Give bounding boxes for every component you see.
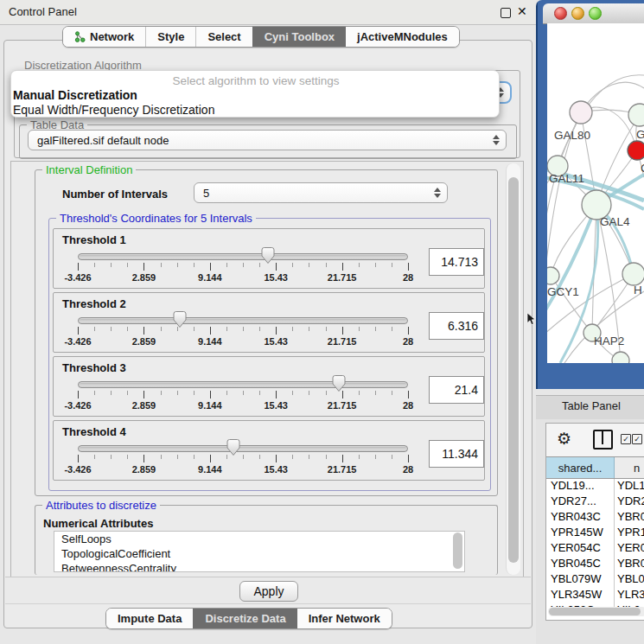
slider-track[interactable] (78, 317, 408, 324)
tab-infer-network[interactable]: Infer Network (297, 609, 392, 628)
tab-label: jActiveMNodules (357, 30, 448, 43)
tab-network[interactable]: Network (63, 27, 145, 47)
tick-mark (259, 455, 260, 459)
threshold-panel: Threshold 4 -3.4262.8599.14415.4321.7152… (53, 420, 485, 481)
tick-mark (210, 327, 211, 335)
threshold-value-field[interactable]: 11.344 (429, 440, 484, 468)
node-label: GAL4 (600, 215, 630, 228)
vertical-scrollbar-thumb[interactable] (508, 177, 519, 563)
network-canvas[interactable]: GAL80 GA GAL11 C GAL4 GCY1 H HAP2 (547, 23, 644, 363)
tick-mark (226, 263, 227, 267)
vertical-scrollbar[interactable] (506, 163, 520, 575)
apply-button[interactable]: Apply (239, 581, 298, 602)
tab-discretize-data[interactable]: Discretize Data (193, 609, 296, 628)
slider-track[interactable] (78, 381, 408, 388)
slider-thumb-icon[interactable] (226, 438, 241, 456)
node-bottom (612, 352, 629, 363)
attributes-list-scrollbar-thumb[interactable] (453, 532, 462, 569)
float-window-icon[interactable] (501, 8, 511, 18)
tick-mark (210, 455, 211, 462)
slider-thumb-icon[interactable] (260, 246, 276, 265)
horizontal-scrollbar-thumb[interactable] (549, 608, 641, 615)
tick-label: -3.426 (64, 464, 91, 475)
table-row[interactable]: YDR27...YDR2 (546, 494, 644, 510)
threshold-slider[interactable]: -3.4262.8599.14415.4321.71528 (78, 438, 408, 478)
cell-name: YLR3 (615, 588, 644, 603)
tab-select[interactable]: Select (195, 27, 252, 47)
node-label: H (634, 284, 642, 296)
tick-mark (226, 327, 227, 331)
minimize-traffic-light-icon[interactable] (571, 7, 584, 20)
table-row[interactable]: YBL079WYBL0 (546, 572, 644, 588)
cell-shared-name: YDL19... (546, 479, 615, 494)
cell-name: YDR2 (615, 494, 644, 510)
tab-cyni-toolbox[interactable]: Cyni Toolbox (252, 27, 346, 47)
tick-mark (127, 455, 128, 459)
dropdown-item-equal-width[interactable]: Equal Width/Frequency Discretization (11, 103, 499, 118)
dropdown-item-manual[interactable]: Manual Discretization (11, 88, 499, 103)
tick-mark (243, 263, 244, 267)
dropdown-placeholder-item[interactable]: Select algorithm to view settings (11, 73, 499, 88)
threshold-value-field[interactable]: 14.713 (429, 248, 484, 276)
horizontal-scrollbar[interactable] (548, 607, 644, 616)
threshold-slider[interactable]: -3.4262.8599.14415.4321.71528 (78, 310, 408, 350)
tick-mark (309, 391, 309, 395)
table-data-combo[interactable]: galFiltered.sif default node (28, 130, 507, 150)
checkbox-icon[interactable]: ✓ (621, 434, 631, 444)
tick-mark (309, 327, 309, 331)
tab-style[interactable]: Style (145, 27, 195, 47)
slider-thumb-icon[interactable] (172, 310, 188, 328)
cell-name: YBR0 (615, 557, 644, 572)
table-row[interactable]: YPR145WYPR1 (546, 526, 644, 541)
table-row[interactable]: YDL19...YDL1 (546, 479, 644, 494)
tick-mark (392, 327, 392, 331)
tab-jactivemnodules[interactable]: jActiveMNodules (346, 27, 459, 47)
cell-name: YER0 (615, 541, 644, 557)
numerical-attributes-list[interactable]: SelfLoopsTopologicalCoefficientBetweenne… (54, 531, 465, 572)
columns-icon[interactable] (593, 430, 613, 450)
tab-label: Infer Network (309, 612, 380, 625)
slider-track[interactable] (78, 445, 408, 452)
tick-mark (326, 391, 327, 395)
tick-mark (177, 391, 178, 395)
checkbox-icon[interactable]: ✓ (632, 434, 642, 444)
gear-icon[interactable]: ⚙ (557, 429, 571, 449)
node-label: C (641, 162, 644, 175)
cell-shared-name: YDR27... (546, 494, 615, 510)
tab-impute-data[interactable]: Impute Data (106, 609, 193, 628)
threshold-value-field[interactable]: 6.316 (429, 312, 484, 340)
tick-label: 2.859 (132, 464, 156, 475)
close-traffic-light-icon[interactable] (554, 7, 567, 20)
table-row[interactable]: YLR345WYLR3 (546, 588, 644, 603)
tick-mark (408, 391, 409, 399)
tick-mark (342, 327, 343, 335)
column-header-name[interactable]: n (615, 457, 644, 478)
column-header-shared-name[interactable]: shared... (546, 457, 615, 478)
node-label: GAL11 (549, 172, 584, 185)
tick-label: 9.144 (198, 464, 222, 475)
attribute-item[interactable]: BetweennessCentrality (54, 561, 464, 572)
zoom-traffic-light-icon[interactable] (589, 7, 602, 20)
tick-mark (243, 327, 244, 331)
attribute-item[interactable]: TopologicalCoefficient (54, 546, 464, 561)
tab-label: Network (90, 30, 134, 43)
tick-mark (143, 455, 144, 462)
slider-thumb-icon[interactable] (331, 374, 347, 392)
tick-mark (94, 455, 95, 459)
table-row[interactable]: YBR045CYBR0 (546, 557, 644, 572)
tick-label: 21.715 (328, 400, 357, 411)
tick-label: 28 (403, 272, 413, 283)
close-icon[interactable]: ✕ (517, 4, 527, 18)
threshold-value-field[interactable]: 21.4 (429, 376, 484, 404)
tick-mark (243, 455, 244, 459)
attribute-item[interactable]: SelfLoops (54, 532, 464, 546)
cell-name: YBR0 (615, 510, 644, 526)
number-of-intervals-combo[interactable]: 5 (194, 182, 448, 203)
table-row[interactable]: YER054CYER0 (546, 541, 644, 557)
slider-track[interactable] (78, 253, 408, 260)
table-row[interactable]: YBR043CYBR0 (546, 510, 644, 526)
threshold-panel: Threshold 1 -3.4262.8599.14415.4321.7152… (53, 228, 485, 289)
threshold-slider[interactable]: -3.4262.8599.14415.4321.71528 (78, 246, 408, 286)
threshold-slider[interactable]: -3.4262.8599.14415.4321.71528 (78, 374, 408, 414)
tick-mark (111, 263, 112, 267)
